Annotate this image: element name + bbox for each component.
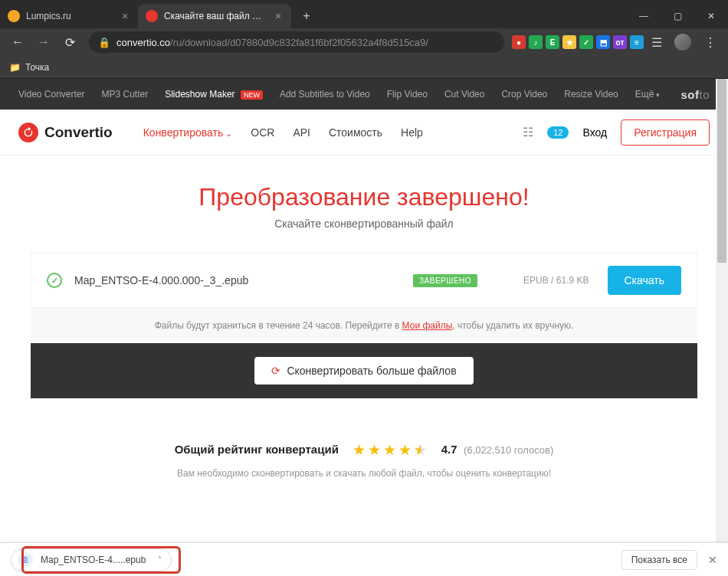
- chevron-up-icon[interactable]: ˄: [158, 555, 162, 564]
- back-button[interactable]: ←: [6, 31, 29, 54]
- bookmark-label: Точка: [25, 62, 49, 73]
- menu-ocr[interactable]: OCR: [251, 126, 274, 139]
- dark-band: ⟳ Сконвертировать больше файлов: [31, 343, 697, 398]
- favicon-icon: [146, 10, 158, 22]
- lock-icon: 🔒: [98, 37, 110, 48]
- tab-title: Lumpics.ru: [26, 11, 115, 21]
- rating-stars: ★ ★ ★ ★ ★: [353, 441, 427, 459]
- rating-count: (6,022,510 голосов): [464, 444, 553, 456]
- extension-icon[interactable]: ≡: [630, 35, 644, 49]
- menu-help[interactable]: Help: [401, 126, 423, 139]
- menu-pricing[interactable]: Стоимость: [329, 126, 382, 139]
- folder-icon: 📁: [9, 62, 21, 73]
- document-icon: 🗎: [18, 552, 33, 568]
- page-title: Преобразование завершено!: [31, 183, 697, 211]
- layers-icon[interactable]: ☷: [523, 125, 533, 139]
- register-button[interactable]: Регистрация: [621, 119, 710, 146]
- softo-logo: softo: [680, 88, 710, 101]
- softo-link[interactable]: Add Subtitles to Video: [280, 89, 370, 100]
- menu-convert[interactable]: Конвертировать: [143, 126, 233, 139]
- extensions: ● ♪ E ★ ✓ ⬒ от ≡: [512, 35, 644, 49]
- star-icon: ★: [368, 441, 381, 459]
- rating-area: Общий рейтинг конвертаций ★ ★ ★ ★ ★ 4.7 …: [31, 398, 697, 479]
- softo-link[interactable]: Crop Video: [501, 89, 547, 100]
- show-all-button[interactable]: Показать все: [621, 550, 697, 570]
- bookmark-folder[interactable]: 📁 Точка: [9, 62, 49, 73]
- minimize-button[interactable]: —: [627, 4, 661, 28]
- download-button[interactable]: Скачать: [608, 266, 682, 295]
- softo-link[interactable]: Flip Video: [387, 89, 428, 100]
- rating-value: 4.7: [441, 443, 457, 456]
- browser-titlebar: Lumpics.ru × Скачайте ваш файл — Convert…: [0, 0, 728, 28]
- extension-icon[interactable]: ♪: [529, 35, 543, 49]
- favicon-icon: [8, 10, 20, 22]
- my-files-link[interactable]: Мои файлы: [402, 320, 453, 331]
- scrollbar[interactable]: [716, 79, 728, 542]
- maximize-button[interactable]: ▢: [661, 4, 694, 28]
- url-path: /ru/download/d07880d9c832fa81f6bf2f05632…: [170, 37, 428, 48]
- extension-icon[interactable]: ●: [512, 35, 526, 49]
- kebab-menu[interactable]: ⋮: [699, 31, 722, 54]
- softo-toolbar: Video Converter MP3 Cutter Slideshow Mak…: [0, 79, 728, 110]
- softo-link[interactable]: Cut Video: [444, 89, 484, 100]
- logo-icon: [18, 123, 38, 142]
- close-icon[interactable]: ×: [120, 11, 130, 21]
- site-logo[interactable]: Convertio: [18, 123, 113, 142]
- url-domain: convertio.co: [116, 37, 170, 48]
- softo-link[interactable]: Slideshow Maker NEW: [165, 89, 263, 100]
- close-icon[interactable]: ×: [273, 11, 284, 21]
- extension-icon[interactable]: E: [546, 35, 559, 49]
- download-shelf: 🗎 Map_ENTSO-E-4.....epub ˄ Показать все …: [0, 542, 728, 576]
- star-half-icon: ★: [414, 441, 427, 459]
- reading-list-icon[interactable]: ☰: [647, 35, 667, 50]
- header-right: ☷ 12 Вход Регистрация: [523, 119, 710, 146]
- softo-link[interactable]: MP3 Cutter: [102, 89, 149, 100]
- status-badge: ЗАВЕРШЕНО: [413, 274, 477, 287]
- storage-note: Файлы будут храниться в течение 24 часов…: [31, 308, 697, 343]
- softo-more[interactable]: Ещё: [635, 89, 660, 100]
- tab-title: Скачайте ваш файл — Convertio: [164, 11, 268, 21]
- window-controls: — ▢ ✕: [627, 4, 728, 28]
- shelf-close-button[interactable]: ✕: [708, 554, 717, 566]
- check-icon: [47, 273, 62, 288]
- star-icon: ★: [353, 441, 366, 459]
- url-bar[interactable]: 🔒 convertio.co/ru/download/d07880d9c832f…: [89, 31, 504, 53]
- softo-link[interactable]: Resize Video: [564, 89, 618, 100]
- login-link[interactable]: Вход: [582, 126, 607, 139]
- menu-api[interactable]: API: [293, 126, 310, 139]
- header-menu: Конвертировать OCR API Стоимость Help: [143, 126, 423, 139]
- scroll-thumb[interactable]: [717, 79, 726, 263]
- forward-button[interactable]: →: [32, 31, 55, 54]
- tab-lumpics[interactable]: Lumpics.ru ×: [0, 4, 138, 28]
- star-icon: ★: [383, 441, 396, 459]
- main-area: Преобразование завершено! Скачайте сконв…: [0, 155, 728, 479]
- new-badge: NEW: [241, 90, 263, 100]
- extension-icon[interactable]: ★: [562, 35, 576, 49]
- profile-avatar[interactable]: [674, 34, 691, 51]
- extension-icon[interactable]: ⬒: [596, 35, 610, 49]
- file-row: Map_ENTSO-E-4.000.000-_3_.epub ЗАВЕРШЕНО…: [31, 253, 697, 308]
- close-button[interactable]: ✕: [694, 4, 728, 28]
- rating-subtitle: Вам необходимо сконвертировать и скачать…: [31, 468, 697, 479]
- file-name: Map_ENTSO-E-4.000.000-_3_.epub: [74, 274, 248, 286]
- extension-icon[interactable]: от: [613, 35, 627, 49]
- bookmarks-bar: 📁 Точка: [0, 56, 728, 79]
- tab-convertio[interactable]: Скачайте ваш файл — Convertio ×: [138, 4, 291, 28]
- reload-icon: ⟳: [271, 365, 280, 377]
- softo-link[interactable]: Video Converter: [18, 89, 85, 100]
- site-header: Convertio Конвертировать OCR API Стоимос…: [0, 110, 728, 155]
- address-bar-row: ← → ⟳ 🔒 convertio.co/ru/download/d07880d…: [0, 28, 728, 56]
- download-filename: Map_ENTSO-E-4.....epub: [41, 555, 146, 565]
- star-icon: ★: [398, 441, 412, 459]
- page-subtitle: Скачайте сконвертированный файл: [31, 218, 697, 230]
- download-item[interactable]: 🗎 Map_ENTSO-E-4.....epub ˄: [11, 548, 172, 571]
- extension-icon[interactable]: ✓: [579, 35, 593, 49]
- rating-title: Общий рейтинг конвертаций: [175, 443, 339, 456]
- credits-badge[interactable]: 12: [547, 126, 569, 139]
- file-meta: EPUB / 61.9 KB: [523, 275, 589, 286]
- reload-button[interactable]: ⟳: [58, 31, 81, 54]
- convert-more-button[interactable]: ⟳ Сконвертировать больше файлов: [254, 357, 473, 385]
- page-content: Video Converter MP3 Cutter Slideshow Mak…: [0, 79, 728, 542]
- new-tab-button[interactable]: +: [296, 5, 317, 27]
